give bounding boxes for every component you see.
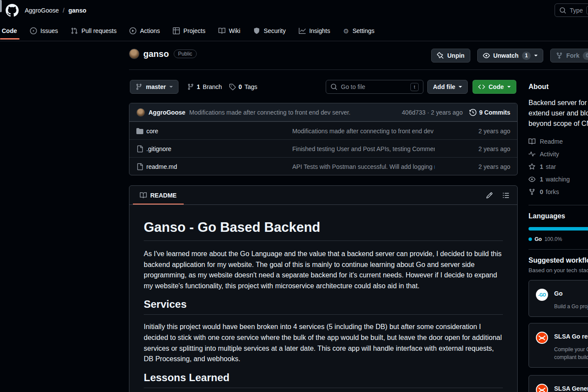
tab-label: Actions: [140, 27, 160, 34]
tag-word: Tags: [244, 83, 258, 90]
activity-link[interactable]: Activity: [529, 148, 588, 160]
readme-services-paragraph: Initially this project would have been b…: [144, 322, 503, 364]
global-search-input[interactable]: Type /: [555, 3, 588, 17]
tab-wiki[interactable]: Wiki: [218, 21, 241, 41]
tab-pull-requests[interactable]: Pull requests: [70, 21, 117, 41]
fork-button-main[interactable]: Fork 0: [551, 49, 588, 62]
file-commit-time: 2 years ago: [479, 122, 510, 140]
file-name[interactable]: readme.md: [146, 163, 177, 170]
branch-icon: [135, 83, 142, 90]
book-icon: [218, 27, 225, 34]
sidebar-divider: [529, 205, 588, 205]
pencil-icon[interactable]: [486, 192, 493, 199]
file-commit-message[interactable]: Finished testing User and Post APIs, tes…: [292, 140, 435, 158]
repo-header-divider: [129, 69, 588, 70]
add-file-button[interactable]: Add file: [427, 80, 468, 94]
file-name[interactable]: .gitignore: [146, 145, 172, 152]
tab-security[interactable]: Security: [252, 21, 287, 41]
tab-settings[interactable]: ⚙ Settings: [342, 21, 375, 41]
tab-projects[interactable]: Projects: [172, 21, 206, 41]
file-row[interactable]: readme.md API Tests with Postman success…: [129, 157, 517, 175]
breadcrumb-org[interactable]: AggroGoose: [25, 7, 59, 14]
stars-link[interactable]: 1 star: [529, 160, 588, 173]
readme-lessons-heading: Lessons Learned: [144, 372, 503, 388]
security-icon: [253, 27, 260, 34]
language-bar[interactable]: [529, 227, 588, 231]
unwatch-button[interactable]: Unwatch 1: [477, 49, 543, 63]
repo-toolbar: master 1 Branch 0 Tags Go to file t Add …: [129, 80, 518, 94]
forks-link[interactable]: 0 forks: [529, 185, 588, 198]
go-color-dot: [529, 237, 532, 241]
sidebar-divider: [529, 249, 588, 250]
code-label: Code: [489, 83, 504, 90]
file-icon: [136, 163, 143, 170]
unpin-button[interactable]: Unpin: [431, 49, 470, 63]
code-button[interactable]: Code: [472, 80, 516, 94]
workflow-card-slsa-go[interactable]: SLSA Go releaser Compile your Go project…: [529, 323, 588, 368]
file-row[interactable]: .gitignore Finished testing User and Pos…: [129, 139, 517, 157]
repo-actions: Unpin Unwatch 1 Fork 0: [431, 49, 588, 63]
readme-link[interactable]: Readme: [529, 135, 588, 148]
workflow-card-slsa-generic[interactable]: SLSA Generic generator: [529, 375, 588, 392]
book-icon: [529, 138, 535, 145]
caret-down-icon: [169, 86, 173, 89]
slsa-logo: [536, 384, 548, 392]
go-to-file-input[interactable]: Go to file t: [326, 80, 423, 94]
slsa-logo: [536, 332, 548, 344]
repo-name[interactable]: ganso: [143, 49, 169, 59]
about-heading: About: [529, 83, 588, 91]
pulse-icon: [529, 151, 535, 158]
tab-actions[interactable]: Actions: [129, 21, 161, 41]
commit-author[interactable]: AggroGoose: [149, 109, 185, 116]
fork-count: 0: [583, 52, 588, 60]
search-icon: [559, 7, 566, 14]
tab-insights[interactable]: Insights: [298, 21, 331, 41]
outline-list-icon[interactable]: [502, 192, 509, 199]
add-file-label: Add file: [433, 83, 455, 90]
branches-link[interactable]: 1 Branch: [187, 83, 222, 90]
about-sidebar: About Backend server for extend user and…: [529, 79, 588, 392]
file-commit-message[interactable]: Modifications made after connecting to f…: [292, 122, 435, 140]
commit-sha-time[interactable]: 406d733 · 2 years ago: [402, 109, 462, 116]
workflow-card-go[interactable]: -GO Go Build a Go project: [529, 280, 588, 317]
branch-selector[interactable]: master: [130, 80, 178, 94]
star-icon: [529, 163, 535, 170]
file-row[interactable]: core Modifications made after connecting…: [129, 122, 517, 139]
tab-code[interactable]: Code: [1, 21, 18, 41]
commit-history-link[interactable]: 9 Commits: [469, 109, 510, 116]
tab-issues[interactable]: Issues: [29, 21, 59, 41]
watchers-link[interactable]: 1 watching: [529, 173, 588, 185]
breadcrumb-repo[interactable]: ganso: [69, 7, 86, 14]
language-legend-go[interactable]: Go 100.0%: [529, 236, 588, 242]
projects-icon: [173, 27, 180, 34]
file-commit-message[interactable]: API Tests with Postman successful. Will …: [292, 158, 435, 175]
eye-icon: [483, 52, 490, 59]
commit-message[interactable]: Modifications made after connecting to f…: [189, 109, 350, 116]
github-logo-icon[interactable]: [6, 4, 19, 17]
watch-count: 1: [522, 52, 531, 60]
branch-icon: [187, 83, 194, 90]
ref-links: 1 Branch 0 Tags: [187, 80, 258, 94]
app-header: AggroGoose / ganso Type /: [0, 0, 588, 21]
insights-icon: [299, 27, 306, 34]
tab-label: Projects: [183, 27, 205, 34]
repo-title-row: ganso Public: [129, 49, 197, 59]
tags-link[interactable]: 0 Tags: [229, 83, 257, 90]
file-name[interactable]: core: [146, 128, 158, 135]
commit-author-avatar[interactable]: [136, 108, 145, 117]
folder-icon: [136, 128, 143, 135]
tab-label: Code: [2, 27, 17, 34]
pull-request-icon: [71, 27, 78, 34]
fork-button: Fork 0: [550, 49, 588, 63]
tab-label: Settings: [353, 27, 375, 34]
unpin-label: Unpin: [447, 52, 465, 59]
search-shortcut-key: /: [586, 6, 588, 14]
suggested-workflows-section: Suggested workflows Based on your tech s…: [529, 257, 588, 392]
actions-icon: [129, 27, 136, 34]
settings-icon: ⚙: [343, 28, 349, 34]
repo-owner-avatar[interactable]: [129, 49, 139, 59]
caret-down-icon: [459, 86, 462, 89]
search-placeholder: Type: [570, 7, 583, 14]
readme-title: Ganso - Go Based Backend: [144, 220, 503, 241]
tab-readme[interactable]: README: [133, 186, 184, 204]
